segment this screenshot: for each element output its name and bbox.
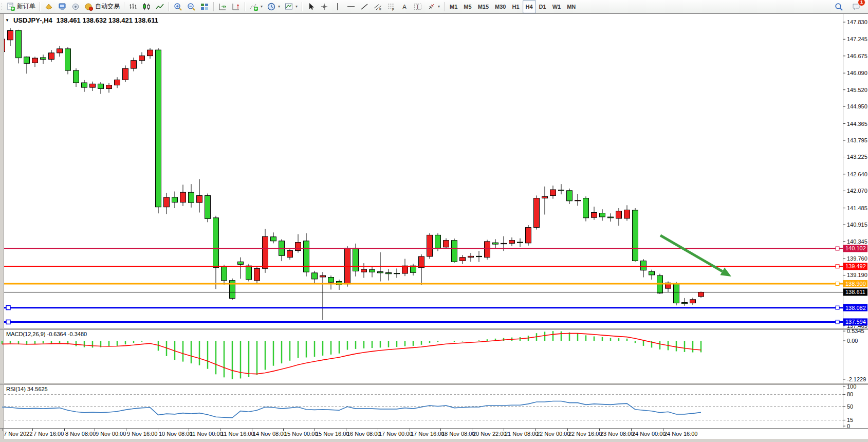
candle-body [435,235,441,248]
zoom-out-button[interactable] [184,1,198,13]
time-axis-label: 17 Nov 16:00 [411,431,444,437]
timeframe-button-d1[interactable]: D1 [536,0,549,13]
indicator-plus-icon [249,2,258,11]
bar-chart-button[interactable] [126,1,140,13]
collapse-triangle-icon[interactable]: ▼ [5,18,9,23]
candle-body [427,235,433,256]
candle-body [82,83,87,87]
toolbar-separator [302,2,302,11]
add-indicator-button[interactable]: ▾ [247,1,265,13]
candle-body [57,49,63,53]
candle-body [509,241,515,244]
line-right-handle[interactable] [836,306,839,309]
rsi-axis-label: 15 [847,417,853,423]
candle-body [460,257,466,261]
toolbar-separator [444,2,445,11]
arrows-button[interactable]: ▾ [424,1,442,13]
hline-button[interactable] [344,1,358,13]
text-a-icon: A [400,2,409,11]
time-axis-label: 23 Nov 08:00 [600,431,634,437]
timeframe-button-m5[interactable]: M5 [460,0,474,13]
time-axis-label: 7 Nov 2022 [4,431,32,437]
search-button[interactable] [832,1,845,13]
line-right-handle[interactable] [836,265,839,268]
candle-body [674,283,679,303]
search-icon [834,2,843,11]
macd-axis-label: 0.00 [847,338,858,344]
channel-button[interactable]: E [371,1,384,13]
price-tick-label: 143.225 [847,154,867,160]
line-right-handle[interactable] [836,282,839,286]
chart-canvas[interactable]: 147.830147.245146.675146.090145.520144.9… [0,13,868,442]
line-right-handle[interactable] [836,320,839,324]
candle-body [526,228,531,243]
rsi-indicator-label: RSI(14) 34.5625 [6,386,48,392]
text-button[interactable]: A [398,1,411,13]
timeframe-button-m30[interactable]: M30 [492,0,509,13]
candle-body [304,241,309,272]
fibo-icon: F [386,2,396,11]
chart-background [0,13,868,442]
price-tick-label: 146.090 [847,70,867,76]
market-watch-button[interactable] [56,1,69,13]
candle-body [633,210,638,261]
time-axis-label: 20 Nov 22:00 [473,431,506,437]
candle-body [690,300,696,303]
chart-window[interactable]: 147.830147.245146.675146.090145.520144.9… [0,13,868,442]
rsi-axis-label: 80 [847,391,853,397]
chart-profiles-button[interactable] [42,1,56,13]
line-price-label-text: 138.082 [845,305,866,311]
candle-body [49,53,54,60]
candle-body [444,241,449,247]
timeframe-button-mn[interactable]: MN [564,0,579,13]
notifications-button[interactable]: 1 [849,1,863,13]
timeframe-button-m1[interactable]: M1 [447,0,460,13]
cursor-icon [306,2,316,11]
period-menu-button[interactable]: ▾ [265,1,282,13]
candle-body [320,275,326,277]
candle-body [139,56,145,61]
vline-button[interactable] [331,1,344,13]
cursor-button[interactable] [304,1,318,13]
timeframe-button-m15[interactable]: M15 [475,0,492,13]
auto-trading-button[interactable]: 自动交易 [82,1,122,13]
candle-body [485,242,490,257]
chart-shift-button[interactable] [229,1,243,13]
timeframe-button-w1[interactable]: W1 [549,0,564,13]
zoom-in-icon [173,2,182,11]
zoom-in-button[interactable] [171,1,184,13]
tile-windows-button[interactable] [198,1,211,13]
price-tick-label: 139.760 [847,255,867,262]
fibonacci-button[interactable]: F [384,1,398,13]
candlestick-chart-button[interactable] [140,1,153,13]
timeframe-button-h4[interactable]: H4 [523,0,536,13]
candle-body [189,192,194,202]
candle-body [624,210,630,218]
line-right-handle[interactable] [836,247,839,250]
candle-body [246,266,252,280]
time-axis-label: 9 Nov 00:00 [96,431,126,437]
blue-monitor-icon [58,2,67,11]
line-left-handle[interactable] [6,320,10,324]
candle-body [238,262,244,264]
line-left-handle[interactable] [6,306,10,310]
template-icon [284,2,293,11]
timeframe-button-h1[interactable]: H1 [509,0,522,13]
line-chart-button[interactable] [153,1,167,13]
toolbar-right: 1 [832,1,868,13]
trendline-button[interactable] [358,1,371,13]
auto-scroll-button[interactable] [216,1,229,13]
candle-body [156,50,161,207]
template-button[interactable]: ▾ [282,1,300,13]
time-axis-label: 15 Nov 00:00 [284,431,318,437]
candles-icon [142,2,151,11]
candle-body [180,192,186,202]
new-order-button[interactable]: 新订单 [4,1,38,13]
crosshair-button[interactable] [318,1,331,13]
candle-body [24,57,30,64]
candle-body [361,269,367,272]
candle-body [131,61,137,68]
text-label-button[interactable]: T [411,1,424,13]
news-button[interactable] [69,1,82,13]
price-tick-label: 141.485 [847,205,867,211]
